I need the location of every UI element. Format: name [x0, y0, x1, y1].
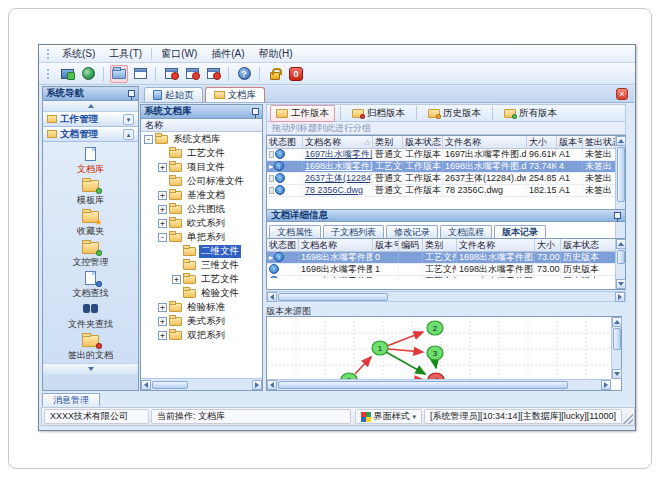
- tree-expander[interactable]: +: [158, 191, 167, 200]
- help-icon[interactable]: ?: [235, 65, 253, 83]
- scrollbar-thumb[interactable]: [613, 328, 621, 350]
- tree-item[interactable]: +检验标准: [141, 300, 262, 314]
- col-version-status[interactable]: 版本状态: [403, 136, 443, 148]
- scroll-left-icon[interactable]: [267, 380, 277, 390]
- grid-row-selected[interactable]: ▸↑ 1698出水嘴零件图.dwg 工艺文件 工作版本 1698出水嘴零件图.d…: [267, 161, 625, 173]
- workspace-icon[interactable]: [58, 65, 76, 83]
- tree-horizontal-scrollbar[interactable]: [141, 378, 262, 390]
- chevron-up-icon[interactable]: ▴: [123, 129, 134, 140]
- sidebar-group-document[interactable]: 文档管理 ▴: [43, 127, 138, 142]
- menu-help[interactable]: 帮助(H): [252, 45, 300, 63]
- sidebar-scroll-up[interactable]: [43, 101, 138, 112]
- tree-item[interactable]: 工艺文件: [141, 146, 262, 160]
- col-size[interactable]: 大小: [535, 239, 561, 251]
- sidebar-item-doc-search[interactable]: 文档查找: [43, 270, 138, 301]
- resize-grip[interactable]: [623, 414, 633, 424]
- sidebar-scroll-down[interactable]: [43, 363, 138, 374]
- window-new-icon[interactable]: [162, 65, 180, 83]
- tree-expander[interactable]: +: [158, 303, 167, 312]
- tree-expander[interactable]: +: [158, 219, 167, 228]
- tree-item[interactable]: +美式系列: [141, 314, 262, 328]
- scroll-down-icon[interactable]: [616, 279, 626, 289]
- tree-item[interactable]: +公共图纸: [141, 202, 262, 216]
- tree-item[interactable]: -单把系列: [141, 230, 262, 244]
- close-icon[interactable]: ×: [616, 88, 628, 100]
- graph-vertical-scrollbar[interactable]: [611, 317, 621, 379]
- col-version[interactable]: 版本号: [557, 136, 583, 148]
- tab-doc-flow[interactable]: 文档流程: [440, 225, 492, 238]
- scroll-left-icon[interactable]: [267, 292, 277, 302]
- tree-item[interactable]: 公司标准文件: [141, 174, 262, 188]
- globe-icon[interactable]: [79, 65, 97, 83]
- tab-document-library[interactable]: 文档库: [205, 87, 266, 102]
- working-version-button[interactable]: 工作版本: [270, 105, 335, 122]
- pin-icon[interactable]: [614, 212, 621, 219]
- tree-column-header[interactable]: 名称: [141, 119, 262, 132]
- tab-version-records[interactable]: 版本记录: [494, 225, 546, 238]
- grid-row-selected[interactable]: ▸↑ 1698出水嘴零件图.dwg 0 工艺文件 1698出水嘴零件图.dwg …: [267, 252, 625, 264]
- tree-expander[interactable]: +: [158, 163, 167, 172]
- sidebar-item-template-library[interactable]: 模板库: [43, 177, 138, 208]
- detail-grid-vertical-scrollbar[interactable]: [615, 239, 625, 289]
- col-file-name[interactable]: 文件名称: [443, 136, 527, 148]
- col-status[interactable]: 状态图: [267, 239, 299, 251]
- tree-item[interactable]: 三维文件: [141, 258, 262, 272]
- grid-row[interactable]: ↑ 1697出水嘴零件图.dwg 普通文档 工作版本 1697出水嘴零件图.dw…: [267, 149, 625, 161]
- tree-expander[interactable]: +: [158, 317, 167, 326]
- col-version[interactable]: 版本号: [373, 239, 399, 251]
- tree-expander[interactable]: -: [158, 233, 167, 242]
- col-size[interactable]: 大小: [527, 136, 557, 148]
- sidebar-item-favorites[interactable]: ★ 收藏夹: [43, 208, 138, 239]
- pin-icon[interactable]: [252, 108, 259, 115]
- tree-expander[interactable]: -: [144, 135, 153, 144]
- detail-grid-horizontal-scrollbar[interactable]: [266, 291, 626, 302]
- grid-row[interactable]: ↑ 2637主体(12284).dwg 普通文档 工作版本 2637主体(122…: [267, 173, 625, 185]
- sidebar-item-document-library[interactable]: 文档库: [43, 146, 138, 177]
- tree-item-selected[interactable]: 二维文件: [141, 244, 262, 258]
- tree-item[interactable]: +项目文件: [141, 160, 262, 174]
- archived-version-button[interactable]: 归档版本: [346, 105, 411, 122]
- history-version-button[interactable]: 历史版本: [422, 105, 487, 122]
- graph-horizontal-scrollbar[interactable]: [267, 379, 611, 390]
- scrollbar-thumb[interactable]: [152, 381, 188, 389]
- document-library-toolbar-icon[interactable]: [110, 65, 128, 83]
- tab-subdoc-list[interactable]: 子文档列表: [323, 225, 384, 238]
- sidebar-item-checked-out-docs[interactable]: 签出的文档: [43, 332, 138, 363]
- tree-item[interactable]: +基准文档: [141, 188, 262, 202]
- drag-grip-icon[interactable]: [47, 69, 50, 79]
- scroll-right-icon[interactable]: [615, 292, 625, 302]
- tab-doc-properties[interactable]: 文档属性: [269, 225, 321, 238]
- scroll-right-icon[interactable]: [252, 380, 262, 390]
- menu-system[interactable]: 系统(S): [55, 45, 102, 63]
- col-doc-name[interactable]: 文档名称△: [303, 136, 373, 148]
- col-version-status[interactable]: 版本状态: [561, 239, 617, 251]
- scrollbar-thumb[interactable]: [278, 293, 388, 301]
- tree-item[interactable]: +工艺文件: [141, 272, 262, 286]
- col-code[interactable]: 编码: [399, 239, 423, 251]
- grid-row[interactable]: ↑ 1698出水嘴零件图.dwg 1 工艺文件 1698出水嘴零件图.dwg 7…: [267, 264, 625, 276]
- col-doc-name[interactable]: 文档名称: [299, 239, 373, 251]
- scroll-left-icon[interactable]: [141, 380, 151, 390]
- power-icon[interactable]: 0: [287, 65, 305, 83]
- sidebar-group-work[interactable]: 工作管理 ▾: [43, 112, 138, 127]
- scrollbar-thumb[interactable]: [278, 381, 568, 389]
- window-layout-icon[interactable]: [131, 65, 149, 83]
- scroll-up-icon[interactable]: [612, 317, 622, 327]
- sidebar-item-folder-search[interactable]: 文件夹查找: [43, 301, 138, 332]
- chevron-down-icon[interactable]: ▾: [123, 114, 134, 125]
- scroll-up-icon[interactable]: [616, 239, 626, 249]
- tree-expander[interactable]: +: [172, 275, 181, 284]
- scroll-right-icon[interactable]: [601, 380, 611, 390]
- tree-expander[interactable]: +: [158, 331, 167, 340]
- drag-grip-icon[interactable]: [47, 49, 50, 59]
- scrollbar-thumb[interactable]: [617, 250, 625, 264]
- grid-row[interactable]: ↑ 1698出水嘴零件图.dwg 2 工艺文件 1698出水嘴零件图.dwg 7…: [267, 276, 625, 278]
- lock-icon[interactable]: [266, 65, 284, 83]
- tab-start-page[interactable]: 起始页: [144, 87, 203, 102]
- menu-plugins[interactable]: 插件(A): [204, 45, 251, 63]
- window-close-icon[interactable]: [183, 65, 201, 83]
- col-checkout[interactable]: 签出状态: [583, 136, 617, 148]
- interface-style-selector[interactable]: 界面样式 ▾: [355, 409, 423, 424]
- tree-item[interactable]: +欧式系列: [141, 216, 262, 230]
- tree-item[interactable]: -系统文档库: [141, 132, 262, 146]
